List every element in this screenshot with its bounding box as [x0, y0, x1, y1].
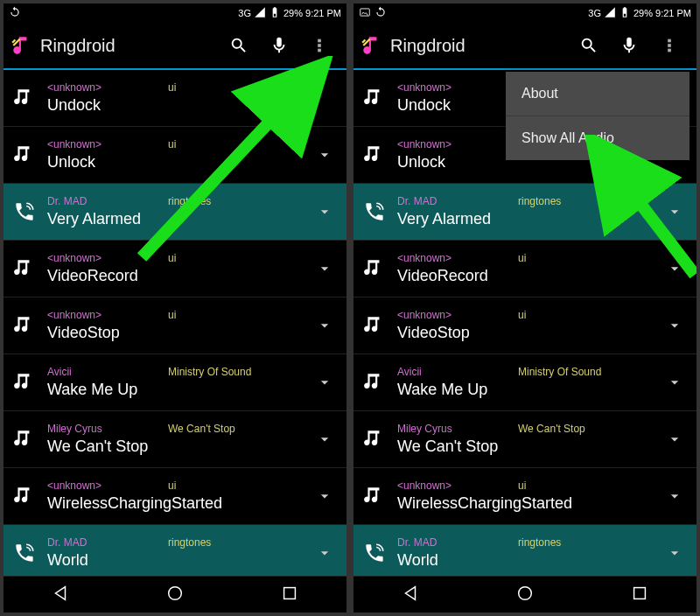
battery-icon: [269, 6, 281, 20]
expand-button[interactable]: [653, 430, 696, 448]
list-item[interactable]: <unknown>uiUnlock: [4, 127, 346, 184]
overflow-menu: About Show All Audio: [506, 72, 690, 160]
music-icon: [4, 485, 46, 508]
expand-button[interactable]: [303, 487, 346, 505]
album-label: ui: [168, 252, 176, 264]
expand-button[interactable]: [303, 430, 346, 448]
ringtone-icon: [354, 542, 396, 564]
row-body: Dr. MADringtonesVery Alarmed: [396, 195, 653, 228]
app-title: Ringdroid: [390, 36, 569, 56]
mic-button[interactable]: [609, 25, 649, 66]
overflow-menu-button[interactable]: [299, 25, 340, 66]
svg-rect-0: [318, 39, 321, 43]
expand-button[interactable]: [303, 203, 346, 220]
expand-button[interactable]: [303, 544, 346, 562]
row-body: AviciiMinistry Of SoundWake Me Up: [46, 366, 303, 399]
artist-label: <unknown>: [397, 480, 452, 492]
artist-label: <unknown>: [47, 480, 102, 492]
list-item[interactable]: Miley CyrusWe Can't StopWe Can't Stop: [4, 411, 346, 468]
list-item[interactable]: Dr. MADringtonesVery Alarmed: [354, 184, 696, 241]
search-button[interactable]: [219, 25, 259, 66]
music-icon: [354, 144, 396, 166]
svg-rect-7: [668, 39, 671, 43]
expand-button[interactable]: [653, 374, 696, 391]
title-label: WirelessChargingStarted: [47, 494, 303, 513]
battery-icon: [619, 6, 631, 20]
list-item[interactable]: <unknown>uiWirelessChargingStarted: [354, 468, 696, 525]
music-icon: [4, 314, 46, 337]
artist-label: Miley Cyrus: [397, 423, 452, 435]
expand-button[interactable]: [653, 260, 696, 277]
network-label: 3G: [238, 8, 251, 18]
list-item[interactable]: AviciiMinistry Of SoundWake Me Up: [354, 354, 696, 411]
expand-button[interactable]: [653, 317, 696, 334]
artist-label: Miley Cyrus: [47, 423, 102, 435]
artist-label: Dr. MAD: [397, 536, 437, 549]
album-label: ringtones: [168, 536, 211, 549]
list-item[interactable]: <unknown>uiVideoStop: [354, 298, 696, 354]
list-item[interactable]: <unknown>uiVideoRecord: [4, 241, 346, 298]
expand-button[interactable]: [303, 260, 346, 277]
list-item[interactable]: Dr. MADringtonesVery Alarmed: [4, 184, 346, 241]
row-body: <unknown>uiWirelessChargingStarted: [46, 480, 303, 513]
row-body: <unknown>uiVideoRecord: [396, 252, 653, 285]
list-item[interactable]: AviciiMinistry Of SoundWake Me Up: [4, 354, 346, 411]
battery-label: 29%: [634, 8, 653, 18]
list-item[interactable]: <unknown>uiVideoRecord: [354, 241, 696, 298]
row-body: <unknown>uiVideoStop: [46, 309, 303, 342]
artist-label: Dr. MAD: [397, 195, 437, 207]
app-title: Ringdroid: [40, 36, 219, 56]
expand-button[interactable]: [303, 146, 346, 164]
album-label: ui: [518, 252, 526, 264]
title-label: We Can't Stop: [47, 437, 303, 456]
title-label: VideoRecord: [47, 266, 303, 285]
artist-label: Dr. MAD: [47, 195, 87, 207]
album-label: ui: [168, 138, 176, 150]
phone-left: 3G 29% 9:21 PM Ringdroid <unknown>uiUndo…: [4, 4, 346, 612]
menu-item-show-all-audio[interactable]: Show All Audio: [506, 116, 690, 160]
svg-rect-12: [634, 587, 645, 598]
status-bar: 3G 29% 9:21 PM: [354, 4, 696, 23]
status-bar: 3G 29% 9:21 PM: [4, 4, 346, 23]
list-item[interactable]: <unknown>uiVideoStop: [4, 298, 346, 354]
row-body: Dr. MADringtonesVery Alarmed: [46, 195, 303, 228]
ringtone-icon: [4, 200, 46, 223]
expand-button[interactable]: [303, 374, 346, 391]
overflow-menu-button[interactable]: [649, 25, 690, 66]
expand-button[interactable]: [653, 203, 696, 220]
back-button[interactable]: [51, 584, 70, 606]
menu-item-about[interactable]: About: [506, 72, 690, 116]
row-body: Miley CyrusWe Can't StopWe Can't Stop: [396, 423, 653, 456]
music-icon: [354, 87, 396, 109]
back-button[interactable]: [401, 584, 420, 606]
music-icon: [354, 428, 396, 451]
list-item[interactable]: Dr. MADringtonesWorld: [4, 525, 346, 582]
home-button[interactable]: [165, 584, 185, 606]
album-label: ringtones: [168, 195, 211, 207]
clock-label: 9:21 PM: [305, 8, 341, 18]
home-button[interactable]: [515, 584, 535, 606]
title-label: Wake Me Up: [397, 380, 653, 399]
list-item[interactable]: <unknown>uiUndock: [4, 70, 346, 127]
music-icon: [4, 371, 46, 394]
svg-point-11: [519, 586, 532, 599]
expand-button[interactable]: [653, 544, 696, 562]
music-icon: [4, 87, 46, 109]
recents-button[interactable]: [280, 584, 299, 606]
toolbar: Ringdroid: [4, 23, 346, 70]
artist-label: <unknown>: [397, 81, 452, 94]
mic-button[interactable]: [259, 25, 299, 66]
expand-button[interactable]: [653, 487, 696, 505]
expand-button[interactable]: [303, 317, 346, 334]
title-label: Unlock: [47, 152, 303, 172]
list-item[interactable]: Miley CyrusWe Can't StopWe Can't Stop: [354, 411, 696, 468]
list-item[interactable]: <unknown>uiWirelessChargingStarted: [4, 468, 346, 525]
title-label: VideoRecord: [397, 266, 653, 285]
list-item[interactable]: Dr. MADringtonesWorld: [354, 525, 696, 582]
music-icon: [354, 314, 396, 337]
search-button[interactable]: [569, 25, 609, 66]
svg-rect-1: [318, 44, 321, 47]
sync-icon: [374, 6, 387, 20]
music-icon: [4, 257, 46, 280]
recents-button[interactable]: [630, 584, 649, 606]
